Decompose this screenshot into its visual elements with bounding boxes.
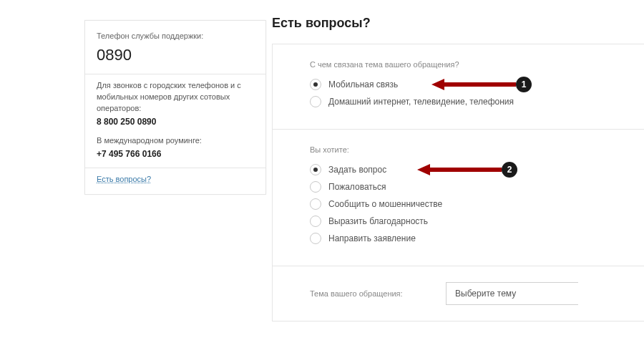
radio-icon[interactable] [310,164,321,175]
support-phone-number: 0890 [97,44,254,67]
intent-section: Вы хотите: Задать вопрос 2 Пожаловаться … [273,130,644,266]
intent-option-thanks[interactable]: Выразить благодарность [310,216,623,227]
radio-icon[interactable] [310,79,321,90]
radio-label: Домашний интернет, телевидение, телефони… [328,97,514,107]
roaming-note: В международном роуминге: [97,135,254,147]
annotation-arrow-2: 2 [417,162,517,178]
landline-note: Для звонков с городских телефонов и с мо… [97,80,254,115]
support-phone-label: Телефон службы поддержки: [97,31,254,42]
main-form: Есть вопросы? С чем связана тема вашего … [272,16,644,321]
radio-label: Выразить благодарность [328,216,428,226]
intent-question: Вы хотите: [310,145,623,154]
radio-icon[interactable] [310,96,321,107]
roaming-phone: +7 495 766 0166 [97,148,254,160]
radio-label: Пожаловаться [328,182,386,192]
landline-phone: 8 800 250 0890 [97,116,254,128]
intent-option-fraud[interactable]: Сообщить о мошенничестве [310,198,623,210]
radio-label: Сообщить о мошенничестве [328,199,442,209]
topic-question: С чем связана тема вашего обращения? [310,60,623,69]
support-box: Телефон службы поддержки: 0890 Для звонк… [84,20,266,195]
annotation-arrow-1: 1 [431,77,532,92]
svg-marker-1 [417,164,502,175]
radio-label: Мобильная связь [328,79,398,90]
intent-option-complain[interactable]: Пожаловаться [310,181,623,193]
intent-option-statement[interactable]: Направить заявление [310,233,623,244]
svg-marker-0 [431,79,516,90]
radio-icon[interactable] [310,181,321,193]
subject-section: Тема вашего обращения: Выберите тему [273,266,644,321]
radio-label: Задать вопрос [328,165,386,175]
radio-icon[interactable] [310,216,321,227]
topic-section: С чем связана тема вашего обращения? Моб… [273,44,644,130]
annotation-badge-1: 1 [516,77,532,92]
annotation-badge-2: 2 [502,162,517,178]
radio-icon[interactable] [310,233,321,244]
subject-label: Тема вашего обращения: [310,289,446,298]
radio-icon[interactable] [310,198,321,210]
form-panel: С чем связана тема вашего обращения? Моб… [272,44,644,321]
radio-label: Направить заявление [328,233,416,243]
subject-select[interactable]: Выберите тему [446,282,578,305]
faq-link[interactable]: Есть вопросы? [97,175,151,183]
topic-option-mobile[interactable]: Мобильная связь 1 [310,79,623,90]
intent-option-ask[interactable]: Задать вопрос 2 [310,164,623,175]
topic-option-home[interactable]: Домашний интернет, телевидение, телефони… [310,96,623,107]
page-title: Есть вопросы? [272,16,644,31]
